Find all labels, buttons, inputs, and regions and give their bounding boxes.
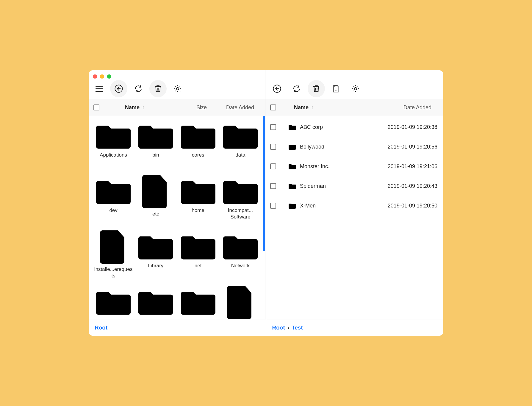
column-name-label: Name (125, 104, 140, 111)
item-label: etc (152, 211, 159, 217)
refresh-button[interactable] (130, 80, 147, 97)
svg-point-1 (176, 88, 179, 90)
arrow-back-icon (273, 84, 281, 93)
list-row[interactable]: Spiderman2019-01-09 19:20:43 (265, 176, 443, 196)
scrollbar[interactable] (263, 116, 265, 251)
right-toolbar: SD (265, 70, 443, 99)
right-column-header: Name ↑ Date Added (265, 99, 443, 116)
refresh-icon (292, 84, 301, 93)
item-label: data (235, 152, 245, 158)
row-name: ABC corp (300, 124, 375, 130)
file-item[interactable] (220, 288, 260, 319)
left-grid: ApplicationsbincoresdatadevetchomeIncomp… (89, 116, 265, 319)
folder-icon (289, 203, 296, 209)
folder-icon (223, 232, 258, 260)
folder-item[interactable]: bin (136, 121, 176, 177)
delete-button[interactable] (308, 80, 325, 97)
minimize-window-button[interactable] (100, 74, 104, 79)
zoom-window-button[interactable] (107, 74, 111, 79)
list-row[interactable]: ABC corp2019-01-09 19:20:38 (265, 117, 443, 137)
select-all-checkbox[interactable] (93, 104, 99, 110)
folder-item[interactable] (136, 288, 176, 319)
file-item[interactable]: etc (136, 177, 176, 232)
breadcrumb-root[interactable]: Root (95, 324, 107, 331)
trash-icon (154, 84, 162, 93)
folder-icon (138, 288, 173, 316)
row-checkbox[interactable] (270, 203, 276, 209)
chevron-right-icon: › (287, 324, 289, 331)
item-label: home (192, 207, 204, 214)
back-button[interactable] (110, 80, 127, 97)
close-window-button[interactable] (93, 74, 97, 79)
delete-button[interactable] (149, 80, 167, 97)
settings-button[interactable] (169, 80, 186, 97)
folder-item[interactable]: Network (220, 232, 260, 288)
row-checkbox[interactable] (270, 183, 276, 189)
svg-point-4 (354, 88, 357, 90)
folder-item[interactable]: Library (136, 232, 176, 288)
folder-icon (96, 177, 131, 205)
breadcrumb-bar: Root Root › Test (89, 319, 443, 336)
folder-icon (181, 288, 215, 316)
row-date: 2019-01-09 19:20:50 (388, 203, 437, 209)
file-icon (100, 230, 127, 264)
item-label: dev (109, 207, 117, 214)
folder-item[interactable] (178, 288, 218, 319)
sort-by-name[interactable]: Name ↑ (294, 104, 371, 111)
folder-item[interactable]: Applications (93, 121, 133, 177)
left-breadcrumb: Root (89, 319, 266, 336)
storage-button[interactable]: SD (327, 80, 345, 97)
row-date: 2019-01-09 19:20:43 (388, 183, 437, 189)
list-row[interactable]: X-Men2019-01-09 19:20:50 (265, 196, 443, 216)
right-pane: SD Name ↑ Date Added ABC corp2019-01-09 … (265, 70, 443, 319)
folder-icon (96, 121, 131, 149)
folder-item[interactable]: cores (178, 121, 218, 177)
item-label: cores (192, 152, 204, 158)
folder-item[interactable]: Incompat... Software (220, 177, 260, 232)
breadcrumb-root[interactable]: Root (272, 324, 285, 331)
folder-icon (181, 232, 215, 260)
item-label: installe...erequests (94, 266, 133, 279)
select-all-checkbox[interactable] (270, 104, 276, 110)
sort-by-name[interactable]: Name ↑ (125, 104, 184, 111)
column-date-label[interactable]: Date Added (403, 104, 431, 111)
list-row[interactable]: Bollywood2019-01-09 19:20:56 (265, 137, 443, 157)
column-date-label[interactable]: Date Added (226, 104, 254, 111)
trash-icon (312, 84, 321, 93)
row-checkbox[interactable] (270, 163, 276, 169)
row-date: 2019-01-09 19:20:56 (388, 144, 437, 150)
folder-item[interactable] (93, 288, 133, 319)
gear-icon (351, 84, 360, 93)
settings-button[interactable] (347, 80, 364, 97)
column-name-label: Name (294, 104, 309, 111)
menu-button[interactable] (93, 86, 106, 92)
column-size-label[interactable]: Size (196, 104, 220, 111)
folder-icon (138, 121, 173, 149)
row-checkbox[interactable] (270, 144, 276, 150)
row-name: X-Men (300, 203, 375, 209)
row-name: Spiderman (300, 183, 375, 189)
row-date: 2019-01-09 19:20:38 (388, 124, 437, 130)
folder-icon (138, 232, 173, 260)
window-controls (93, 74, 111, 79)
folder-icon (96, 288, 131, 316)
refresh-button[interactable] (288, 80, 305, 97)
folder-item[interactable]: home (178, 177, 218, 232)
refresh-icon (134, 84, 143, 93)
folder-item[interactable]: data (220, 121, 260, 177)
folder-icon (223, 177, 258, 205)
item-label: Incompat... Software (221, 207, 260, 220)
file-icon (142, 175, 169, 208)
file-item[interactable]: installe...erequests (93, 232, 133, 288)
folder-item[interactable]: net (178, 232, 218, 288)
left-pane: Name ↑ Size Date Added Applicationsbinco… (89, 70, 265, 319)
folder-icon (181, 121, 215, 149)
back-button[interactable] (268, 80, 286, 97)
svg-text:SD: SD (335, 90, 337, 92)
folder-item[interactable]: dev (93, 177, 133, 232)
sort-asc-icon: ↑ (142, 105, 144, 110)
list-row[interactable]: Monster Inc.2019-01-09 19:21:06 (265, 157, 443, 176)
row-checkbox[interactable] (270, 124, 276, 130)
arrow-back-icon (114, 84, 123, 93)
breadcrumb-current[interactable]: Test (292, 324, 303, 331)
